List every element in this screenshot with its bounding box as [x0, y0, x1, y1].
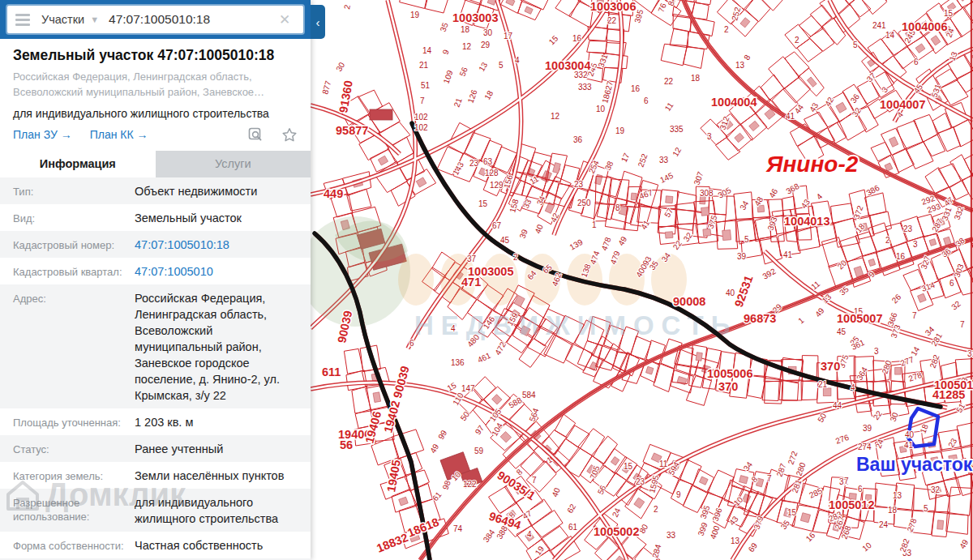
quarter-number-label: 1005002 — [594, 525, 639, 538]
parcel-number-label: 49 — [958, 537, 970, 550]
info-row-value: для индивидуального жилищного строительс… — [135, 494, 298, 527]
parcel-number-label: 21 — [419, 61, 429, 70]
search-category-select[interactable]: Участки — [41, 13, 84, 26]
info-row-value: Земли населённых пунктов — [135, 468, 298, 484]
parcel-number-label: 23 — [903, 224, 913, 233]
search-box[interactable]: Участки ▼ ✕ — [6, 4, 305, 35]
parcel-number-label: 17 — [619, 152, 632, 164]
info-row-value: Земельный участок — [135, 210, 298, 226]
info-row: Категория земель:Земли населённых пункто… — [0, 462, 311, 489]
parcel-number-label: 7 — [960, 320, 965, 329]
parcel-number-label: 584 — [522, 391, 536, 400]
app-window: НЕДВИЖИМОСТЬ1819142151710210235183012291… — [0, 0, 973, 560]
parcel-number-label: 5 — [924, 504, 928, 513]
menu-hamburger-icon[interactable] — [15, 14, 30, 26]
parcel-number-label: 250 — [577, 199, 591, 207]
parcel-number-label: 284 — [650, 543, 662, 558]
parcel-number-label: 139 — [568, 237, 585, 252]
plan-kk-link[interactable]: План КК → — [90, 128, 148, 141]
parcel-number-label: 102 — [414, 123, 428, 132]
parcel-number-label: 33 — [521, 198, 534, 210]
parcel-number-label: 7 — [420, 96, 425, 105]
plan-zu-link[interactable]: План ЗУ → — [13, 128, 72, 141]
cadastral-map[interactable]: НЕДВИЖИМОСТЬ1819142151710210235183012291… — [311, 0, 973, 560]
parcel-number-label: 18 — [482, 88, 495, 101]
parcel-number-label: 11 — [659, 460, 668, 468]
quarter-number-label: 18832 — [375, 531, 409, 555]
parcel-number-label: 307 — [692, 170, 705, 186]
parcel-number-label: 14 — [422, 46, 432, 55]
parcel-number-label: 2 — [513, 253, 518, 262]
search-input[interactable] — [109, 12, 271, 27]
parcel-number-label: 4 — [851, 383, 855, 392]
parcel-number-label: 40 — [534, 223, 545, 235]
parcel-number-label: 282 — [928, 353, 941, 370]
parcel-number-label: 26 — [890, 292, 903, 305]
quarter-number-label: 1004006 — [902, 20, 947, 33]
parcel-number-label: 24 — [874, 438, 885, 450]
parcel-number-label: 17 — [504, 32, 513, 41]
parcel-number-label: 37 — [467, 254, 477, 263]
parcel-number-label: 35 — [779, 518, 792, 531]
town-label: Янино-2 — [765, 152, 859, 177]
tab-services[interactable]: Услуги — [156, 151, 311, 177]
parcel-number-label: 16 — [572, 34, 582, 43]
favorite-star-icon[interactable] — [281, 127, 298, 143]
parcel-number-label: 129 — [490, 181, 504, 190]
parcel-number-label: 392 — [761, 267, 778, 281]
parcel-number-label: 41 — [904, 441, 914, 450]
info-row-label: Разрешенное использование: — [13, 494, 135, 524]
parcel-number-label: 40 — [726, 289, 735, 297]
parcel-number-label: 7 — [767, 474, 772, 483]
parcel-number-label: 400 — [709, 524, 722, 541]
cadastral-map-canvas[interactable]: НЕДВИЖИМОСТЬ1819142151710210235183012291… — [311, 0, 973, 560]
plan-links-row: План ЗУ → План КК → — [13, 127, 298, 151]
parcel-number-label: 386 — [865, 183, 881, 198]
parcel-number-label: 252 — [730, 6, 742, 21]
info-row: Статус:Ранее учтенный — [0, 435, 311, 462]
parcel-number-label: 23 — [574, 180, 584, 189]
quarter-number-label: 95877 — [336, 124, 368, 137]
parcel-number-label: 63 — [483, 157, 493, 166]
tab-information[interactable]: Информация — [0, 151, 156, 177]
parcel-number-label: 6 — [858, 485, 863, 494]
info-row-value-link[interactable]: 47:07:1005010 — [135, 263, 298, 280]
parcel-number-label: 13 — [731, 536, 740, 545]
panel-tabs: Информация Услуги — [0, 151, 311, 177]
parcel-number-label: 478 — [600, 236, 613, 252]
parcel-number-label: 5 — [853, 41, 858, 49]
parcel-number-label: 331 — [597, 53, 610, 69]
parcel-number-label: 31 — [967, 349, 973, 358]
info-row: Разрешенное использование:для индивидуал… — [0, 489, 311, 532]
parcel-number-label: 35 — [439, 21, 450, 33]
search-bar: Участки ▼ ✕ — [0, 0, 311, 39]
parcel-number-label: 147 — [461, 384, 475, 393]
quarter-number-label: 1003003 — [452, 11, 498, 24]
parcel-number-label: 46 — [767, 186, 779, 199]
parcel-number-label: 39 — [737, 252, 747, 261]
parcel-number-label: 61 — [431, 489, 444, 502]
page-title: Земельный участок 47:07:1005010:18 — [13, 47, 298, 64]
parcel-number-label: 67 — [492, 221, 502, 230]
info-row-label: Тип: — [13, 183, 135, 199]
parcel-number-label: 13 — [735, 61, 745, 70]
clear-search-icon[interactable]: ✕ — [279, 11, 290, 28]
parcel-number-label: 7 — [844, 477, 849, 485]
parcel-number-label: 30 — [334, 60, 346, 73]
info-row-value: 1 203 кв. м — [135, 414, 298, 430]
parcel-number-label: 21 — [452, 96, 464, 109]
parcel-number-label: 59 — [474, 447, 484, 455]
collapse-panel-button[interactable]: ‹ — [311, 5, 325, 39]
chevron-down-icon[interactable]: ▼ — [90, 15, 99, 24]
info-row-value-link[interactable]: 47:07:1005010:18 — [135, 237, 298, 253]
parcel-number-label: 278 — [906, 517, 919, 533]
parcel-number-label: 24 — [611, 507, 623, 519]
parcel-number-label: 49 — [813, 306, 826, 318]
parcel-number-label: 41 — [639, 218, 651, 231]
quarter-number-label: 1003004 — [545, 59, 590, 72]
parcel-number-label: 45 — [500, 236, 510, 245]
parcel-number-label: 6 — [409, 339, 414, 348]
parcel-number-label: 12 — [551, 112, 560, 121]
preview-document-icon[interactable] — [248, 127, 264, 143]
parcel-number-label: 3 — [707, 132, 712, 141]
